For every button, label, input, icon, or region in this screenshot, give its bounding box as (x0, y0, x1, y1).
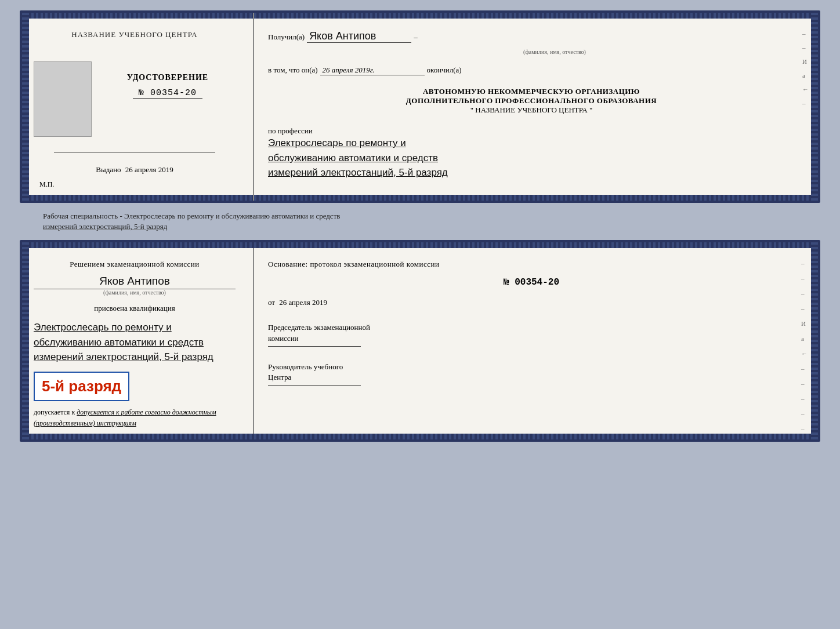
org-block: АВТОНОМНУЮ НЕКОММЕРЧЕСКУЮ ОРГАНИЗАЦИЮ ДО… (268, 87, 795, 115)
rank-box: 5-й разряд (34, 372, 129, 401)
top-certificate-book: НАЗВАНИЕ УЧЕБНОГО ЦЕНТРА УДОСТОВЕРЕНИЕ №… (20, 10, 820, 203)
allows-block: допускается к допускается к работе согла… (34, 408, 236, 428)
chairman-label: Председатель экзаменационной комиссии (268, 322, 795, 343)
bottom-recipient-name: Яков Антипов (34, 275, 236, 289)
document-number: № 00354-20 (133, 88, 202, 99)
top-book-right-page: Получил(а) Яков Антипов – (фамилия, имя,… (254, 13, 818, 201)
allows-label: допускается к (34, 408, 77, 416)
bottom-fio-block: Яков Антипов (фамилия, имя, отчество) (34, 275, 236, 296)
right-side-chars: – – – – И а ← – – – – – (801, 260, 808, 432)
head-label: Руководитель учебного Центра (268, 362, 795, 383)
chairman-signature-line (268, 346, 361, 347)
bottom-certificate-book: Решением экаменационной комиссии Яков Ан… (20, 240, 820, 442)
middle-text-line2: измерений электростанций, 5-й разряд (26, 221, 814, 232)
dash: – (414, 32, 418, 42)
document-type-label: УДОСТОВЕРЕНИЕ (127, 73, 208, 82)
photo-placeholder (34, 61, 92, 137)
completed-label: окончил(а) (427, 66, 462, 75)
separator-line-1 (54, 152, 215, 152)
profession-line3: измерений электростанций, 5-й разряд (268, 165, 795, 180)
vydano-row: Выдано 26 апреля 2019 (96, 165, 173, 174)
bottom-book-left-page: Решением экаменационной комиссии Яков Ан… (22, 242, 254, 439)
bottom-profession-2: обслуживанию автоматики и средств (34, 335, 236, 350)
protocol-date-row: от 26 апреля 2019 (268, 298, 795, 307)
bottom-profession-block: Электрослесарь по ремонту и обслуживанию… (34, 320, 236, 365)
school-name-left: НАЗВАНИЕ УЧЕБНОГО ЦЕНТРА (71, 30, 197, 39)
org-name: " НАЗВАНИЕ УЧЕБНОГО ЦЕНТРА " (268, 106, 795, 115)
bottom-profession-3: измерений электростанций, 5-й разряд (34, 350, 236, 365)
recipient-name: Яков Антипов (309, 30, 376, 42)
org-line2: ДОПОЛНИТЕЛЬНОГО ПРОФЕССИОНАЛЬНОГО ОБРАЗО… (268, 96, 795, 106)
profession-block: по профессии Электрослесарь по ремонту и… (268, 126, 795, 180)
org-line1: АВТОНОМНУЮ НЕКОММЕРЧЕСКУЮ ОРГАНИЗАЦИЮ (268, 87, 795, 96)
profession-line1: Электрослесарь по ремонту и (268, 136, 795, 151)
profession-label: по профессии (268, 126, 795, 136)
bottom-book-left-deco (22, 242, 29, 439)
vydano-date: 26 апреля 2019 (125, 165, 173, 174)
protocol-date: 26 апреля 2019 (279, 298, 327, 307)
recipient-name-field: Яков Антипов (307, 30, 411, 43)
infact-label: в том, что он(а) (268, 66, 318, 75)
infact-row: в том, что он(а) 26 апреля 2019г. окончи… (268, 66, 795, 75)
completion-date-field: 26 апреля 2019г. (320, 66, 425, 75)
received-row: Получил(а) Яков Антипов – (268, 30, 795, 43)
profession-line2: обслуживанию автоматики и средств (268, 151, 795, 166)
head-signature-line (268, 385, 361, 386)
assigned-label: присвоена квалификация (34, 304, 236, 313)
vydano-label: Выдано (96, 165, 121, 174)
top-book-left-page: НАЗВАНИЕ УЧЕБНОГО ЦЕНТРА УДОСТОВЕРЕНИЕ №… (22, 13, 254, 201)
chairman-block: Председатель экзаменационной комиссии (268, 322, 795, 346)
protocol-number: № 00354-20 (268, 277, 795, 288)
bottom-fio-sub: (фамилия, имя, отчество) (34, 289, 236, 296)
allows-text: допускается к работе согласно должностны… (77, 408, 216, 416)
middle-text-block: Рабочая специальность - Электрослесарь п… (20, 209, 820, 234)
big-rank-text: 5-й разряд (42, 377, 121, 395)
basis-label: Основание: протокол экзаменационной коми… (268, 260, 795, 269)
head-block: Руководитель учебного Центра (268, 362, 795, 386)
allows-text2: (производственным) инструкциям (34, 419, 236, 428)
mp-label: М.П. (39, 180, 54, 189)
protocol-date-prefix: от (268, 298, 275, 307)
bottom-profession-1: Электрослесарь по ремонту и (34, 320, 236, 335)
middle-text-line1: Рабочая специальность - Электрослесарь п… (26, 211, 814, 221)
received-label: Получил(а) (268, 32, 305, 42)
fio-sublabel-top: (фамилия, имя, отчество) (314, 49, 795, 55)
completion-date: 26 апреля 2019г. (323, 66, 375, 74)
decision-text: Решением экаменационной комиссии (34, 260, 236, 269)
bottom-book-right-page: Основание: протокол экзаменационной коми… (254, 242, 818, 439)
side-deco-chars: – – И а ← – (802, 30, 809, 107)
